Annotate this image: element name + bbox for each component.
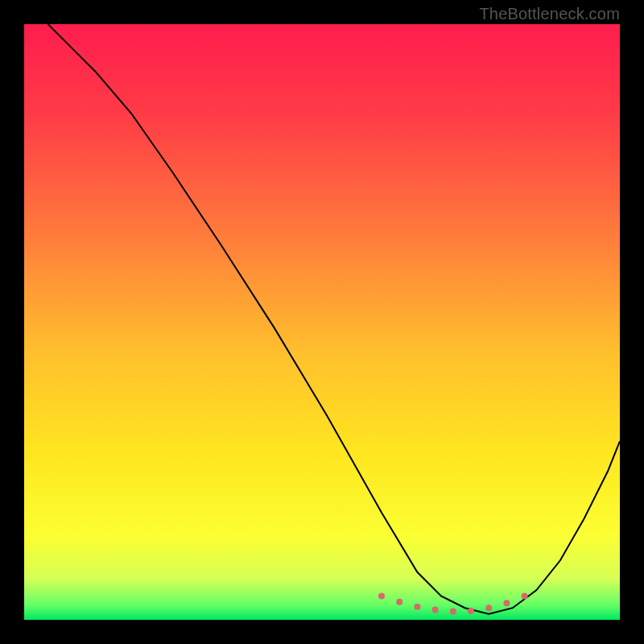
flat-zone-dot [450, 609, 456, 615]
attribution-label: TheBottleneck.com [479, 5, 620, 23]
flat-zone-dot [414, 604, 420, 610]
flat-zone-dot [396, 599, 402, 605]
flat-zone-dot [503, 600, 510, 606]
flat-zone-dot [432, 606, 439, 613]
bottleneck-chart [24, 24, 620, 620]
flat-zone-dot [522, 592, 528, 599]
chart-frame [24, 24, 620, 620]
flat-zone-dot [468, 608, 474, 614]
flat-zone-dot [485, 605, 492, 611]
flat-zone-dot [378, 592, 385, 599]
gradient-background [24, 24, 620, 620]
